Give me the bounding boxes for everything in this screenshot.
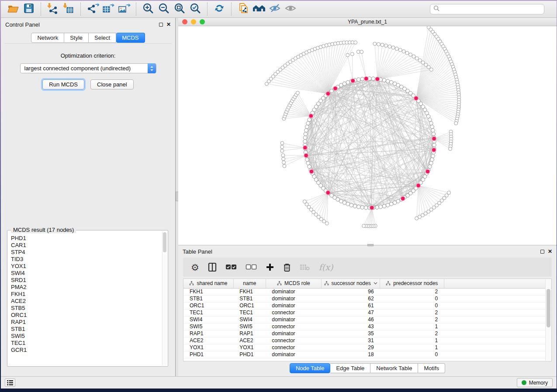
graph-node[interactable] xyxy=(432,143,436,147)
graph-node[interactable] xyxy=(360,50,363,54)
float-table-panel-icon[interactable] xyxy=(540,250,544,254)
table-tab-node-table[interactable]: Node Table xyxy=(290,363,331,373)
export-table-button[interactable] xyxy=(100,2,116,16)
graph-node-mcds[interactable] xyxy=(304,153,308,158)
graph-node[interactable] xyxy=(349,203,353,207)
graph-node[interactable] xyxy=(357,78,361,82)
graph-node[interactable] xyxy=(308,165,311,168)
graph-node[interactable] xyxy=(282,161,286,164)
graph-node[interactable] xyxy=(360,206,364,210)
clone-network-button[interactable] xyxy=(235,2,251,16)
graph-node[interactable] xyxy=(412,55,415,58)
graph-node[interactable] xyxy=(305,125,309,129)
graph-node-mcds[interactable] xyxy=(416,183,421,188)
vertical-splitter[interactable] xyxy=(175,18,178,376)
show-columns-button[interactable] xyxy=(208,261,217,274)
graph-node[interactable] xyxy=(393,201,397,205)
column-header-name[interactable]: name xyxy=(233,279,266,288)
close-panel-icon[interactable]: ✕ xyxy=(166,22,171,27)
graph-node[interactable] xyxy=(409,53,412,56)
graph-node[interactable] xyxy=(343,82,346,86)
graph-node[interactable] xyxy=(304,128,308,132)
tab-style[interactable]: Style xyxy=(64,33,89,43)
graph-node-mcds[interactable] xyxy=(370,206,374,210)
graph-node[interactable] xyxy=(303,200,306,203)
apply-function-button[interactable]: f(x) xyxy=(319,261,333,274)
graph-node[interactable] xyxy=(281,154,285,157)
graph-node[interactable] xyxy=(280,145,284,149)
table-row[interactable]: PHD1PHD1dominator180 xyxy=(183,351,551,358)
graph-node[interactable] xyxy=(305,158,309,162)
export-network-button[interactable] xyxy=(85,2,100,16)
graph-node[interactable] xyxy=(382,204,386,208)
graph-node[interactable] xyxy=(431,154,435,158)
delete-row-button[interactable] xyxy=(283,261,291,274)
task-history-button[interactable] xyxy=(5,378,15,387)
column-header-MCDS-role[interactable]: MCDS role xyxy=(266,279,321,288)
float-panel-icon[interactable] xyxy=(159,23,163,27)
column-header-successor-nodes[interactable]: successor nodes xyxy=(322,279,380,288)
graph-node[interactable] xyxy=(371,77,375,81)
graph-node-mcds[interactable] xyxy=(432,137,436,141)
search-box[interactable] xyxy=(430,4,544,14)
graph-node-mcds[interactable] xyxy=(426,169,430,174)
close-table-panel-icon[interactable]: ✕ xyxy=(548,249,552,254)
graph-node[interactable] xyxy=(391,46,395,49)
hide-selected-button[interactable] xyxy=(267,2,283,16)
graph-node[interactable] xyxy=(429,68,433,72)
houses-button[interactable] xyxy=(251,2,267,16)
graph-node[interactable] xyxy=(386,79,390,83)
graph-node[interactable] xyxy=(306,161,310,165)
zoom-in-button[interactable] xyxy=(140,2,156,16)
graph-node[interactable] xyxy=(303,136,307,140)
table-tab-network-table[interactable]: Network Table xyxy=(370,363,418,373)
table-row[interactable]: YOX1YOX1connector291 xyxy=(183,344,551,351)
graph-node-mcds[interactable] xyxy=(333,86,338,91)
graph-node[interactable] xyxy=(421,61,425,64)
graph-node[interactable] xyxy=(280,149,284,153)
graph-node[interactable] xyxy=(280,141,284,145)
graph-node-mcds[interactable] xyxy=(309,169,314,174)
graph-node[interactable] xyxy=(449,147,452,151)
graph-node[interactable] xyxy=(375,206,379,210)
mcds-list-scrollbar[interactable] xyxy=(162,231,167,365)
graph-node[interactable] xyxy=(357,205,361,209)
graph-node[interactable] xyxy=(350,52,354,56)
graph-node[interactable] xyxy=(381,43,384,47)
tab-select[interactable]: Select xyxy=(89,33,116,43)
graph-node[interactable] xyxy=(346,80,350,84)
close-panel-button[interactable]: Close panel xyxy=(90,79,134,89)
graph-node[interactable] xyxy=(283,164,286,168)
graph-node[interactable] xyxy=(405,51,409,55)
select-all-button[interactable] xyxy=(225,261,237,274)
save-session-button[interactable] xyxy=(21,2,37,16)
tab-mcds[interactable]: MCDS xyxy=(116,33,145,43)
graph-node[interactable] xyxy=(382,79,386,83)
column-header-predecessor-nodes[interactable]: predecessor nodes xyxy=(380,279,444,288)
table-row[interactable]: SWI5SWI5connector431 xyxy=(183,323,551,330)
memory-button[interactable]: Memory xyxy=(517,378,553,387)
zoom-selected-button[interactable] xyxy=(187,2,203,16)
table-row[interactable]: ORC1ORC1dominator610 xyxy=(183,302,551,309)
graph-node-mcds[interactable] xyxy=(326,191,330,195)
open-file-button[interactable] xyxy=(5,2,21,16)
graph-node[interactable] xyxy=(362,224,366,228)
graph-node-mcds[interactable] xyxy=(414,96,419,100)
run-mcds-button[interactable]: Run MCDS xyxy=(42,79,84,89)
graph-node[interactable] xyxy=(346,53,349,57)
graph-node[interactable] xyxy=(282,157,285,161)
graph-node[interactable] xyxy=(353,204,357,208)
graph-node-mcds[interactable] xyxy=(432,148,436,152)
table-row[interactable]: STB1STB1dominator620 xyxy=(183,295,551,302)
graph-node[interactable] xyxy=(389,202,393,206)
graph-node[interactable] xyxy=(430,125,434,129)
network-canvas[interactable] xyxy=(178,26,557,245)
graph-node[interactable] xyxy=(398,48,402,52)
table-settings-button[interactable]: ⚙ xyxy=(191,261,199,274)
graph-node[interactable] xyxy=(429,121,433,125)
graph-node-mcds[interactable] xyxy=(364,76,369,81)
table-tab-edge-table[interactable]: Edge Table xyxy=(330,363,370,373)
zoom-out-button[interactable] xyxy=(156,2,172,16)
export-image-button[interactable] xyxy=(116,2,132,16)
graph-node[interactable] xyxy=(384,44,388,48)
